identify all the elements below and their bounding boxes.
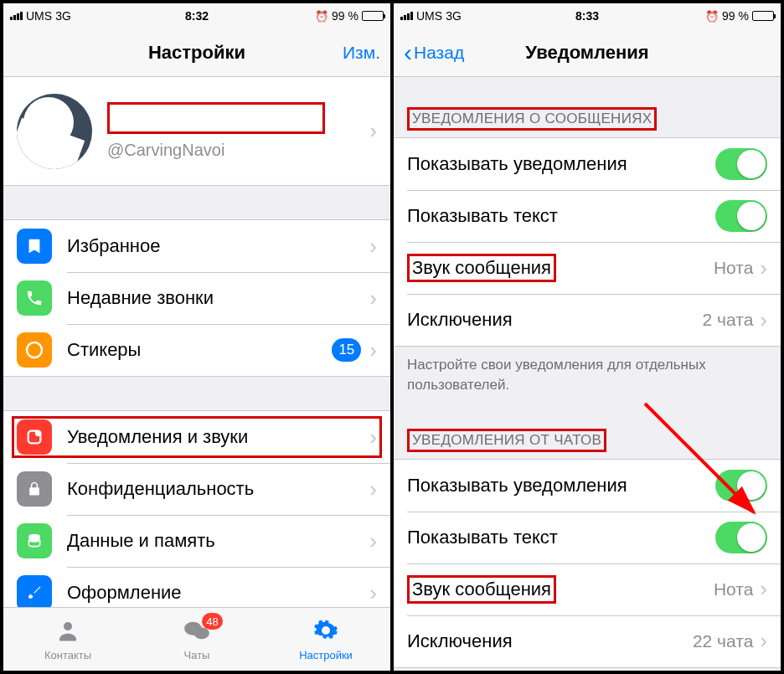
- section-header-messages: УВЕДОМЛЕНИЯ О СООБЩЕНИЯХ: [394, 77, 781, 137]
- nav-title: Уведомления: [525, 42, 648, 64]
- sticker-icon: [17, 332, 52, 368]
- row-privacy[interactable]: Конфиденциальность ›: [3, 463, 390, 515]
- database-icon: [17, 523, 52, 558]
- nav-back-label: Назад: [414, 43, 464, 63]
- nav-back-button[interactable]: ‹ Назад: [394, 28, 474, 76]
- row-label: Уведомления и звуки: [67, 426, 369, 448]
- chevron-right-icon: ›: [369, 118, 377, 144]
- row-exceptions-chats[interactable]: Исключения 22 чата ›: [394, 615, 781, 667]
- toggle-switch[interactable]: [715, 470, 767, 502]
- red-highlight: УВЕДОМЛЕНИЯ О СООБЩЕНИЯХ: [407, 107, 657, 131]
- row-favorites[interactable]: Избранное ›: [3, 220, 390, 272]
- phone-icon: [17, 280, 52, 316]
- row-chat-sound[interactable]: Звук сообщения Нота ›: [394, 563, 781, 615]
- lock-icon: [17, 471, 52, 507]
- status-bar: UMS 3G 8:33 ⏰ 99 %: [394, 3, 781, 28]
- chevron-right-icon: ›: [369, 286, 377, 311]
- row-stickers[interactable]: Стикеры 15 ›: [3, 324, 390, 376]
- tab-badge: 48: [202, 613, 222, 630]
- row-label: Звук сообщения: [407, 575, 714, 604]
- toggle-switch[interactable]: [715, 200, 767, 232]
- chevron-right-icon: ›: [369, 234, 377, 260]
- row-label: Недавние звонки: [67, 287, 369, 309]
- row-appearance[interactable]: Оформление ›: [3, 567, 390, 607]
- carrier-label: UMS: [416, 9, 442, 23]
- row-show-notifications-chats[interactable]: Показывать уведомления: [394, 460, 781, 512]
- row-show-text-chats[interactable]: Показывать текст: [394, 512, 781, 563]
- brush-icon: [17, 575, 52, 607]
- row-label: Избранное: [67, 235, 369, 257]
- profile-row[interactable]: @CarvingNavoi ›: [3, 77, 390, 186]
- row-label: Исключения: [407, 309, 703, 331]
- battery-icon: [362, 11, 384, 21]
- bookmark-icon: [17, 229, 52, 264]
- chevron-right-icon: ›: [760, 628, 767, 654]
- chevron-right-icon: ›: [369, 337, 377, 363]
- tab-settings[interactable]: Настройки: [261, 608, 390, 671]
- status-time: 8:33: [575, 9, 599, 23]
- row-data-storage[interactable]: Данные и память ›: [3, 515, 390, 567]
- row-label: Звук сообщения: [407, 254, 714, 282]
- row-detail: 2 чата: [703, 310, 754, 330]
- nav-bar: Настройки Изм.: [3, 28, 390, 77]
- row-detail: Нота: [714, 258, 753, 278]
- tab-chats[interactable]: 48 Чаты: [132, 608, 261, 671]
- tab-label: Чаты: [184, 649, 210, 661]
- row-exceptions[interactable]: Исключения 2 чата ›: [394, 294, 781, 346]
- network-label: 3G: [446, 9, 462, 23]
- chevron-right-icon: ›: [369, 424, 377, 450]
- carrier-label: UMS: [26, 9, 52, 23]
- row-label: Показывать текст: [407, 205, 715, 227]
- battery-pct: 99 %: [722, 9, 749, 23]
- toggle-switch[interactable]: [715, 148, 767, 180]
- row-label: Исключения: [407, 630, 693, 652]
- chevron-right-icon: ›: [760, 307, 767, 333]
- section-header-chats: УВЕДОМЛЕНИЯ ОТ ЧАТОВ: [394, 402, 781, 459]
- row-label: Стикеры: [67, 339, 332, 361]
- chevron-left-icon: ‹: [404, 40, 412, 65]
- nav-bar: ‹ Назад Уведомления: [394, 28, 781, 77]
- alarm-icon: ⏰: [315, 10, 328, 23]
- settings-screen: UMS 3G 8:32 ⏰ 99 % Настройки Изм. @Carvi…: [3, 3, 390, 671]
- chevron-right-icon: ›: [369, 476, 377, 502]
- battery-pct: 99 %: [332, 9, 358, 23]
- chevron-right-icon: ›: [369, 580, 377, 606]
- tab-bar: Контакты 48 Чаты Настройки: [3, 607, 390, 671]
- section-footer: Настройте свои уведомления для отдельных…: [394, 347, 781, 402]
- tab-label: Настройки: [299, 649, 353, 661]
- status-bar: UMS 3G 8:32 ⏰ 99 %: [3, 3, 390, 28]
- status-time: 8:32: [185, 9, 209, 23]
- notification-icon: [17, 419, 52, 455]
- notifications-screen: UMS 3G 8:33 ⏰ 99 % ‹ Назад Уведомления У…: [390, 3, 781, 671]
- toggle-switch[interactable]: [715, 522, 767, 553]
- row-show-text[interactable]: Показывать текст: [394, 190, 781, 242]
- network-label: 3G: [55, 9, 71, 23]
- row-message-sound[interactable]: Звук сообщения Нота ›: [394, 242, 781, 294]
- row-label: Показывать текст: [407, 527, 715, 548]
- chevron-right-icon: ›: [369, 528, 377, 554]
- group-chat-notifications: Показывать уведомления Показывать текст …: [394, 459, 781, 668]
- red-highlight: УВЕДОМЛЕНИЯ ОТ ЧАТОВ: [407, 429, 606, 452]
- row-show-notifications[interactable]: Показывать уведомления: [394, 138, 781, 190]
- row-notifications-sounds[interactable]: Уведомления и звуки ›: [3, 411, 390, 463]
- gear-icon: [313, 618, 338, 647]
- row-label: Показывать уведомления: [407, 153, 715, 175]
- nav-edit-button[interactable]: Изм.: [333, 28, 390, 76]
- row-label: Конфиденциальность: [67, 478, 369, 500]
- signal-icon: [10, 12, 23, 20]
- red-highlight: Звук сообщения: [407, 575, 556, 604]
- profile-name-redbox: [107, 102, 325, 134]
- group-message-notifications: Показывать уведомления Показывать текст …: [394, 137, 781, 347]
- row-recent-calls[interactable]: Недавние звонки ›: [3, 272, 390, 324]
- profile-username: @CarvingNavoi: [107, 141, 369, 160]
- tab-contacts[interactable]: Контакты: [3, 608, 132, 671]
- chevron-right-icon: ›: [760, 255, 767, 281]
- row-label: Данные и память: [67, 530, 369, 552]
- battery-icon: [752, 11, 774, 21]
- group-general: Избранное › Недавние звонки › Стикеры 15: [3, 219, 390, 377]
- group-prefs: Уведомления и звуки › Конфиденциальность…: [3, 410, 390, 607]
- tab-label: Контакты: [44, 649, 91, 661]
- row-label: Оформление: [67, 582, 369, 604]
- row-label: Показывать уведомления: [407, 475, 715, 496]
- svg-point-2: [35, 430, 41, 436]
